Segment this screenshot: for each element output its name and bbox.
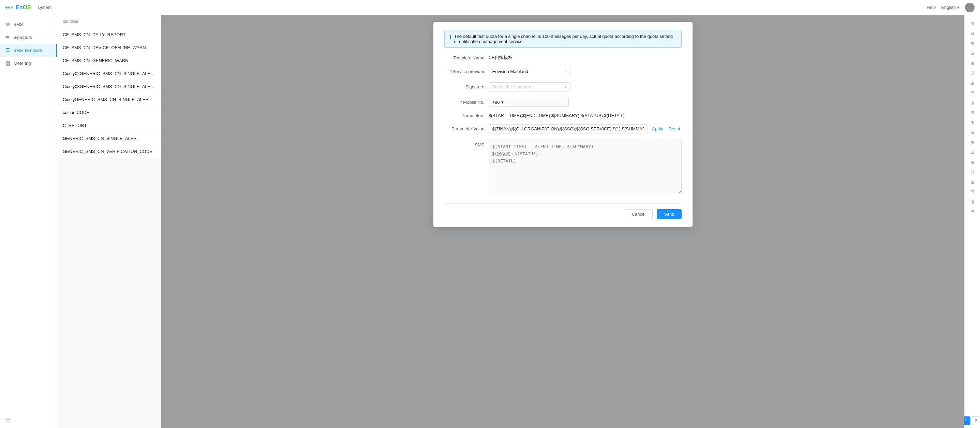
- required-asterisk2: *: [461, 100, 462, 105]
- sidebar-item-label: Metering: [14, 61, 31, 66]
- delete-icon-7[interactable]: ⊟: [967, 147, 978, 157]
- help-button[interactable]: Help: [927, 5, 936, 10]
- right-icons-row-10: ⊞ ⊟: [967, 197, 978, 216]
- list-item[interactable]: GENERIC_SMS_CN_VERIFICATION_CODE: [57, 145, 161, 158]
- sidebar: ✉ SMS ✏ Signature ☰ SMS Template ▤ Meter…: [0, 15, 57, 428]
- copy-icon-5[interactable]: ⊞: [967, 98, 978, 107]
- right-icons-row-5: ⊞ ⊟: [967, 98, 978, 117]
- sidebar-item-metering[interactable]: ▤ Metering: [0, 57, 57, 70]
- sidebar-item-label: Signature: [13, 35, 32, 40]
- list-panel: Identifier CE_SMS_CN_DAILY_REPORT CE_SMS…: [57, 15, 161, 428]
- right-icons-row-7: ⊞ ⊟: [967, 138, 978, 157]
- right-icons-row-2: ⊞ ⊟: [967, 39, 978, 57]
- list-item[interactable]: CicelyGENERIC_SMS_CN_SINGLE_ALERT: [57, 93, 161, 106]
- service-provider-label: *Service provider: [444, 69, 488, 74]
- lang-arrow: ▾: [957, 5, 959, 10]
- delete-icon-1[interactable]: ⊟: [967, 29, 978, 38]
- list-item[interactable]: Cicely02GENERIC_SMS_CN_SINGLE_ALE...: [57, 67, 161, 80]
- list-item[interactable]: CE_SMS_CN_GENERIC_WARN: [57, 54, 161, 67]
- list-item[interactable]: cuicui_CODE: [57, 106, 161, 119]
- param-value-label: Parameter Value: [444, 126, 488, 131]
- sms-label: SMS: [444, 140, 488, 147]
- copy-icon-4[interactable]: ⊞: [967, 78, 978, 87]
- copy-icon-10[interactable]: ⊞: [967, 197, 978, 206]
- sidebar-bottom: ☰: [0, 412, 57, 428]
- send-button[interactable]: Send: [657, 209, 681, 219]
- template-name-label: Template Name: [444, 55, 488, 61]
- list-item-text: GENERIC_SMS_CN_SINGLE_ALERT: [63, 136, 156, 141]
- copy-icon-6[interactable]: ⊞: [967, 118, 978, 127]
- lang-selector[interactable]: English ▾: [941, 5, 959, 10]
- signature-arrow: ▾: [565, 85, 567, 89]
- template-name-value: CE日报模板: [488, 54, 512, 61]
- info-text: The default test quota for a single chan…: [454, 34, 676, 44]
- delete-icon-2[interactable]: ⊟: [967, 48, 978, 57]
- delete-icon-10[interactable]: ⊟: [967, 207, 978, 216]
- topbar: EnOS system Help English ▾: [0, 0, 980, 15]
- delete-icon-3[interactable]: ⊟: [967, 68, 978, 77]
- overlay: ℹ The default test quota for a single ch…: [161, 15, 964, 428]
- lang-label: English: [941, 5, 956, 10]
- page-2-button[interactable]: 2: [972, 417, 980, 425]
- param-value-row: Parameter Value Apply Reset: [444, 124, 682, 133]
- right-icons-row-3: ⊞ ⊟: [967, 59, 978, 77]
- sms-icon: ✉: [5, 21, 10, 27]
- copy-icon-9[interactable]: ⊞: [967, 177, 978, 186]
- sidebar-item-sms[interactable]: ✉ SMS: [0, 18, 57, 31]
- copy-icon-2[interactable]: ⊞: [967, 39, 978, 48]
- delete-icon-8[interactable]: ⊟: [967, 167, 978, 176]
- copy-icon-3[interactable]: ⊞: [967, 59, 978, 67]
- topbar-title: system: [38, 5, 51, 10]
- mobile-no-label: *Mobile No.: [444, 100, 488, 105]
- right-icons-row-8: ⊞ ⊟: [967, 158, 978, 176]
- right-icons-row-9: ⊞ ⊟: [967, 177, 978, 196]
- param-value-group: Apply Reset: [488, 124, 682, 133]
- info-icon: ℹ: [449, 34, 452, 40]
- signature-select[interactable]: Select the signature ▾: [488, 82, 571, 91]
- reset-button[interactable]: Reset: [667, 126, 682, 131]
- sidebar-item-sms-template[interactable]: ☰ SMS Template: [0, 44, 57, 57]
- list-item-text: CE_SMS_CN_GENERIC_WARN: [63, 58, 156, 63]
- info-banner: ℹ The default test quota for a single ch…: [444, 30, 682, 48]
- country-code-arrow: ▾: [501, 100, 504, 105]
- user-avatar[interactable]: [965, 3, 975, 12]
- list-item[interactable]: Cicely03GENERIC_SMS_CN_SINGLE_ALE...: [57, 80, 161, 93]
- delete-icon-5[interactable]: ⊟: [967, 108, 978, 117]
- menu-icon[interactable]: ☰: [5, 417, 11, 423]
- sidebar-item-signature[interactable]: ✏ Signature: [0, 31, 57, 44]
- service-provider-value: Envision Mainland: [492, 69, 528, 74]
- dialog: ℹ The default test quota for a single ch…: [433, 22, 692, 227]
- signature-placeholder: Select the signature: [492, 84, 531, 89]
- app-layout: ✉ SMS ✏ Signature ☰ SMS Template ▤ Meter…: [0, 0, 980, 428]
- copy-icon-1[interactable]: ⊞: [967, 19, 978, 28]
- service-provider-arrow: ▾: [565, 69, 567, 74]
- dot1: [5, 6, 8, 8]
- dot3: [11, 6, 13, 8]
- mobile-input-group: +86 ▾: [488, 97, 569, 107]
- list-item[interactable]: CE_SMS_CN_DEVICE_OFFLINE_WARN: [57, 41, 161, 54]
- list-item[interactable]: CE_SMS_CN_DAILY_REPORT: [57, 28, 161, 41]
- apply-button[interactable]: Apply: [651, 126, 665, 131]
- list-item[interactable]: GENERIC_SMS_CN_SINGLE_ALERT: [57, 132, 161, 145]
- copy-icon-7[interactable]: ⊞: [967, 138, 978, 147]
- sms-template-icon: ☰: [5, 47, 10, 53]
- template-name-row: Template Name CE日报模板: [444, 54, 682, 61]
- delete-icon-9[interactable]: ⊟: [967, 187, 978, 196]
- param-value-input[interactable]: [488, 124, 648, 133]
- mobile-number-input[interactable]: [508, 97, 569, 107]
- sidebar-item-label: SMS: [13, 22, 23, 27]
- signature-icon: ✏: [5, 34, 10, 40]
- delete-icon-4[interactable]: ⊟: [967, 88, 978, 97]
- service-provider-select[interactable]: Envision Mainland ▾: [488, 67, 571, 76]
- sidebar-item-label: SMS Template: [13, 48, 42, 53]
- list-item-text: cuicui_CODE: [63, 110, 156, 115]
- sms-row: SMS: [444, 140, 682, 195]
- right-icons-row-1: ⊞ ⊟: [967, 19, 978, 38]
- list-item[interactable]: C_REPORT: [57, 119, 161, 132]
- country-code-selector[interactable]: +86 ▾: [488, 97, 508, 107]
- topbar-right: Help English ▾: [927, 3, 975, 12]
- cancel-button[interactable]: Cancel: [625, 209, 653, 219]
- sms-textarea[interactable]: [488, 140, 682, 194]
- copy-icon-8[interactable]: ⊞: [967, 158, 978, 166]
- delete-icon-6[interactable]: ⊟: [967, 128, 978, 137]
